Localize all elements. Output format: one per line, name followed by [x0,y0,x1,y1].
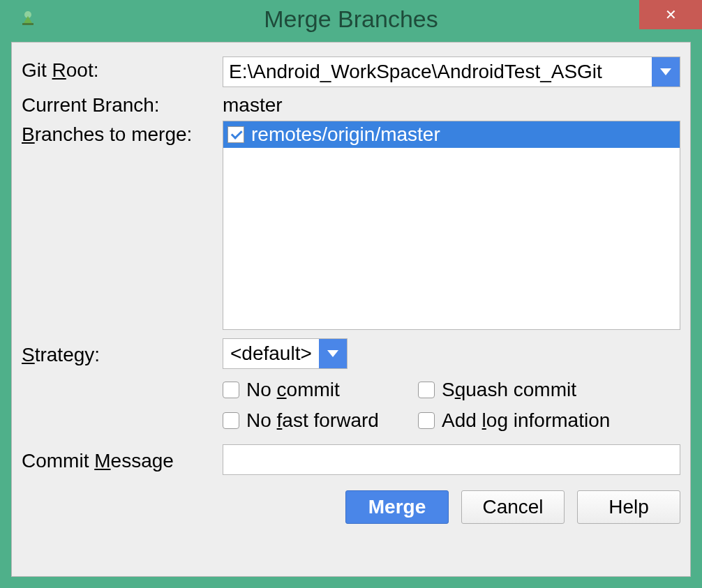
dialog-content: Git Root: E:\Android_WorkSpace\AndroidTe… [11,42,691,577]
chevron-down-icon [327,350,338,357]
strategy-row: Strategy: <default> [22,338,680,369]
strategy-value: <default> [223,339,319,368]
commit-message-input[interactable] [223,444,680,475]
branch-item-label: remotes/origin/master [251,123,440,146]
close-button[interactable]: ✕ [639,0,702,29]
no-fast-forward-checkbox[interactable] [223,412,239,429]
branches-list[interactable]: remotes/origin/master [223,121,680,330]
options-grid: No commit Squash commit No fast forward … [223,379,680,432]
commit-message-label: Commit Message [22,447,223,472]
button-row: Merge Cancel Help [22,490,680,524]
merge-button[interactable]: Merge [345,490,449,524]
commit-message-row: Commit Message [22,444,680,475]
strategy-label: Strategy: [22,341,223,366]
current-branch-label: Current Branch: [22,91,223,116]
svg-rect-1 [22,23,33,25]
help-button[interactable]: Help [577,490,680,524]
app-icon [17,8,39,30]
no-commit-checkbox[interactable] [223,382,239,398]
close-icon: ✕ [665,6,677,23]
current-branch-row: Current Branch: master [22,91,680,116]
branches-label: Branches to merge: [22,121,223,146]
git-root-combo[interactable]: E:\Android_WorkSpace\AndroidTest_ASGit [223,56,680,87]
titlebar: Merge Branches ✕ [0,0,702,38]
squash-commit-checkbox[interactable] [418,382,435,398]
cancel-button[interactable]: Cancel [461,490,565,524]
current-branch-value: master [223,91,283,116]
add-log-checkbox[interactable] [418,412,435,429]
strategy-dropdown-button[interactable] [319,339,347,368]
git-root-dropdown-button[interactable] [652,57,680,86]
squash-commit-option[interactable]: Squash commit [418,379,680,401]
git-root-label: Git Root: [22,56,223,82]
strategy-combo[interactable]: <default> [223,338,348,369]
branch-checkbox[interactable] [227,126,244,143]
branch-item[interactable]: remotes/origin/master [223,121,680,148]
git-root-value: E:\Android_WorkSpace\AndroidTest_ASGit [223,57,652,86]
branches-row: Branches to merge: remotes/origin/master [22,121,680,330]
add-log-option[interactable]: Add log information [418,409,680,432]
no-fast-forward-option[interactable]: No fast forward [223,409,418,432]
dialog-window: Merge Branches ✕ Git Root: E:\Android_Wo… [0,0,702,588]
git-root-row: Git Root: E:\Android_WorkSpace\AndroidTe… [22,56,680,87]
chevron-down-icon [660,68,671,75]
window-title: Merge Branches [0,6,702,33]
no-commit-option[interactable]: No commit [223,379,418,401]
